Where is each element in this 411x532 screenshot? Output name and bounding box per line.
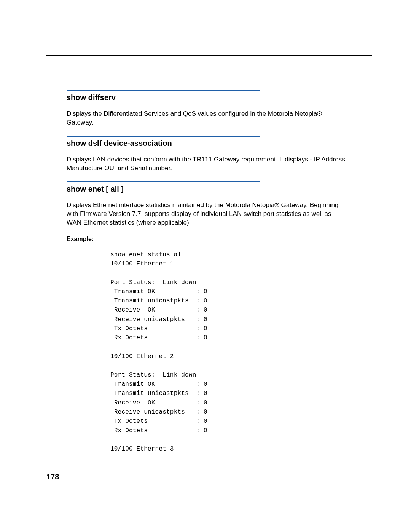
body-text: Displays LAN devices that conform with t… bbox=[67, 155, 347, 173]
command-rule bbox=[67, 136, 260, 137]
footer-rule bbox=[67, 467, 347, 467]
command-heading: show diffserv bbox=[67, 93, 347, 102]
section-show-enet: show enet [ all ] Displays Ethernet inte… bbox=[67, 181, 347, 454]
section-show-dslf: show dslf device-association Displays LA… bbox=[67, 136, 347, 173]
command-heading: show enet [ all ] bbox=[67, 185, 347, 193]
body-text: Displays the Differentiated Services and… bbox=[67, 110, 347, 127]
content-area: show diffserv Displays the Differentiate… bbox=[67, 69, 347, 456]
example-label: Example: bbox=[67, 236, 347, 243]
command-rule bbox=[67, 90, 260, 91]
example-code: show enet status all 10/100 Ethernet 1 P… bbox=[110, 250, 347, 454]
body-text: Displays Ethernet interface statistics m… bbox=[67, 201, 347, 227]
page-top-rule bbox=[46, 55, 372, 56]
command-heading: show dslf device-association bbox=[67, 139, 347, 148]
page-number: 178 bbox=[46, 473, 59, 481]
command-rule bbox=[67, 181, 260, 182]
section-show-diffserv: show diffserv Displays the Differentiate… bbox=[67, 90, 347, 127]
